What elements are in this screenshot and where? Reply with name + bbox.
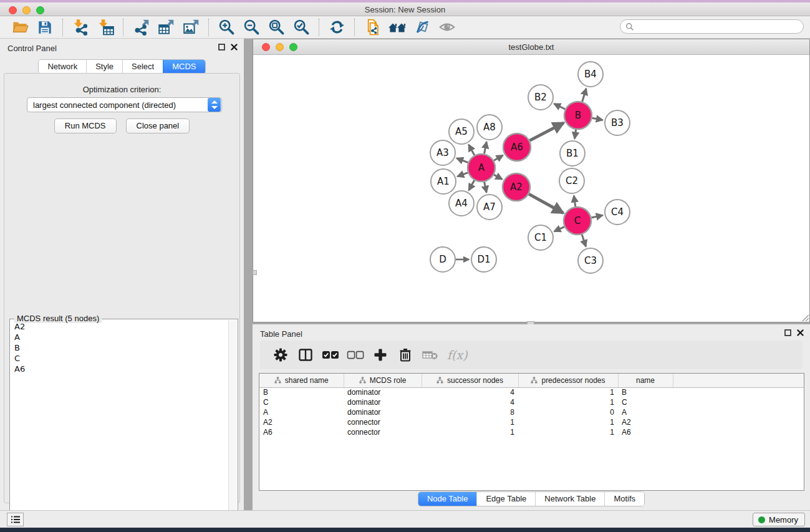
tab-network-table[interactable]: Network Table (535, 492, 604, 506)
graph-node-A3[interactable]: A3 (430, 140, 455, 165)
graph-edge-A-A3[interactable] (456, 158, 468, 163)
tab-edge-table[interactable]: Edge Table (476, 492, 535, 506)
graph-edge-B-B2[interactable] (554, 104, 566, 109)
tab-motifs[interactable]: Motifs (604, 492, 644, 506)
graph-node-A[interactable]: A (468, 154, 495, 181)
graph-edge-B-B3[interactable] (592, 118, 603, 120)
graph-node-D[interactable]: D (430, 247, 455, 272)
graph-edge-C-C4[interactable] (591, 215, 602, 218)
search-input[interactable] (634, 21, 803, 32)
deselect-all-button[interactable] (345, 344, 366, 365)
delete-column-button[interactable] (395, 344, 416, 365)
table-row[interactable]: A2connector11A2 (259, 417, 804, 427)
graph-node-label: C (574, 215, 581, 226)
graph-edge-A-A2[interactable] (494, 175, 502, 179)
graph-edge-C-C1[interactable] (554, 227, 564, 231)
show-column-button[interactable] (295, 344, 316, 365)
column-header-name[interactable]: name (618, 374, 673, 387)
refresh-button[interactable] (327, 18, 346, 37)
graph-node-A4[interactable]: A4 (449, 191, 474, 216)
export-image-button[interactable] (181, 18, 200, 37)
graph-node-B[interactable]: B (564, 102, 592, 129)
graph-node-C4[interactable]: C4 (605, 200, 630, 225)
graph-node-A7[interactable]: A7 (477, 195, 502, 220)
open-session-button[interactable] (11, 18, 29, 37)
memory-button[interactable]: Memory (753, 513, 805, 526)
zoom-in-button[interactable] (217, 18, 236, 37)
search-field[interactable] (620, 19, 804, 34)
resize-grip-icon[interactable] (801, 313, 809, 321)
graph-edge-B-B1[interactable] (575, 130, 576, 139)
export-network-button[interactable] (132, 18, 150, 37)
graph-edge-A-A5[interactable] (469, 145, 475, 155)
save-session-button[interactable] (36, 18, 54, 37)
tab-mcds[interactable]: MCDS (163, 60, 205, 74)
graph-node-D1[interactable]: D1 (471, 247, 496, 272)
column-header-successor-nodes[interactable]: successor nodes (422, 374, 518, 387)
network-canvas[interactable]: B4B2BB3A5A8A6A3B1AA1C2A2A4A7C4CC1DD1C3 (253, 55, 809, 322)
float-panel-icon[interactable] (218, 44, 225, 51)
zoom-out-button[interactable] (242, 18, 261, 37)
graph-node-B3[interactable]: B3 (605, 110, 630, 135)
graph-node-B4[interactable]: B4 (578, 62, 603, 87)
tab-node-table[interactable]: Node Table (418, 492, 477, 506)
mcds-result-scrollbar[interactable] (228, 320, 237, 532)
task-history-button[interactable] (7, 513, 24, 526)
close-panel-icon[interactable] (231, 44, 238, 51)
column-header-shared-name[interactable]: shared name (259, 374, 344, 387)
panel-divider[interactable] (244, 39, 253, 510)
graph-edge-A6-B[interactable] (529, 123, 564, 140)
graph-edge-A-A7[interactable] (485, 182, 487, 193)
close-panel-button[interactable]: Close panel (126, 118, 190, 133)
graph-node-A6[interactable]: A6 (503, 133, 531, 161)
graph-node-B2[interactable]: B2 (528, 85, 553, 110)
delete-table-button[interactable] (420, 344, 441, 365)
select-all-button[interactable] (320, 344, 341, 365)
toggle-labels-button[interactable] (413, 18, 432, 37)
graph-node-label: A8 (483, 122, 496, 133)
graph-node-C1[interactable]: C1 (528, 225, 553, 250)
graph-node-A2[interactable]: A2 (503, 173, 530, 201)
toggle-graphics-details-button[interactable] (438, 18, 456, 37)
table-row[interactable]: Cdominator41C (259, 397, 804, 407)
graph-edge-A2-C[interactable] (529, 194, 563, 213)
table-settings-button[interactable] (270, 344, 291, 365)
float-panel-icon[interactable] (784, 329, 791, 336)
column-header-MCDS-role[interactable]: MCDS role (344, 374, 422, 387)
graph-node-C[interactable]: C (564, 207, 591, 235)
graph-node-A8[interactable]: A8 (477, 115, 502, 140)
tab-network[interactable]: Network (39, 60, 86, 74)
graph-edge-A-A6[interactable] (494, 155, 503, 160)
graph-node-C2[interactable]: C2 (559, 168, 584, 193)
show-all-networks-button[interactable] (388, 18, 407, 37)
graph-edge-C-C3[interactable] (582, 235, 586, 246)
tab-style[interactable]: Style (86, 60, 122, 74)
graph-edge-B-B4[interactable] (582, 89, 586, 102)
create-column-button[interactable] (370, 344, 391, 365)
table-row[interactable]: Adominator80A (259, 407, 804, 417)
graph-edge-A-A8[interactable] (485, 142, 487, 154)
run-mcds-button[interactable]: Run MCDS (54, 118, 117, 133)
zoom-selected-button[interactable] (292, 18, 311, 37)
graph-node-A5[interactable]: A5 (449, 119, 474, 144)
table-row[interactable]: Bdominator41B (259, 387, 804, 397)
network-window-titlebar[interactable]: testGlobe.txt (253, 39, 809, 55)
graph-edge-A-A1[interactable] (458, 173, 468, 177)
export-table-button[interactable] (157, 18, 175, 37)
tab-select[interactable]: Select (122, 60, 163, 74)
close-panel-icon[interactable] (797, 329, 804, 336)
new-network-from-selection-button[interactable] (363, 18, 382, 37)
zoom-fit-button[interactable] (267, 18, 286, 37)
frame-left-gripper[interactable] (253, 270, 257, 275)
criterion-select[interactable]: largest connected component (directed) (27, 97, 222, 112)
graph-node-B1[interactable]: B1 (560, 141, 585, 166)
import-network-button[interactable] (71, 18, 90, 37)
graph-node-C3[interactable]: C3 (578, 248, 603, 273)
graph-edge-C-C2[interactable] (574, 196, 575, 206)
column-header-predecessor-nodes[interactable]: predecessor nodes (518, 374, 618, 387)
table-row[interactable]: A6connector11A6 (259, 427, 804, 437)
import-table-button[interactable] (96, 18, 115, 37)
function-builder-button[interactable]: f(x) (447, 348, 468, 362)
graph-edge-A-A4[interactable] (469, 180, 475, 190)
graph-node-A1[interactable]: A1 (431, 169, 456, 194)
